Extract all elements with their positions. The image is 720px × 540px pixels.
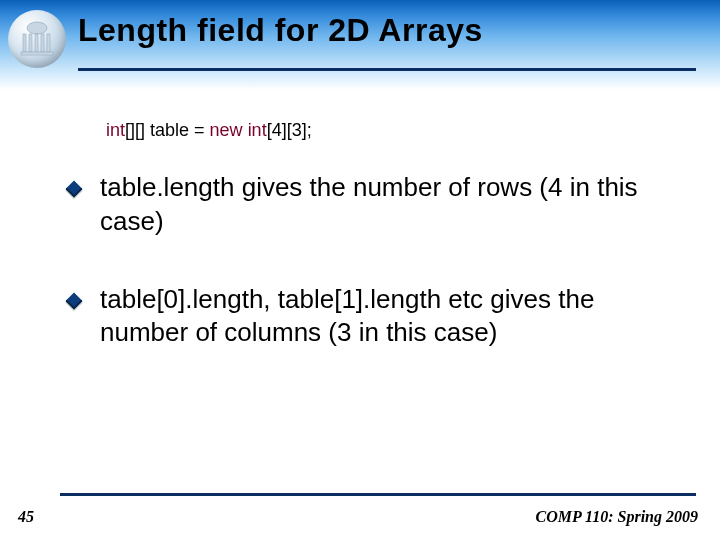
header-banner: Length field for 2D Arrays [0, 0, 720, 90]
bullet-item: table.length gives the number of rows (4… [96, 171, 672, 239]
keyword-int-1: int [106, 120, 125, 140]
svg-rect-1 [29, 34, 32, 52]
title-underline [78, 68, 696, 71]
keyword-new: new [210, 120, 243, 140]
footer-text: COMP 110: Spring 2009 [535, 508, 698, 526]
svg-rect-0 [23, 34, 26, 52]
slide-number: 45 [18, 508, 34, 526]
bullet-item: table[0].length, table[1].length etc giv… [96, 283, 672, 351]
svg-rect-3 [41, 34, 44, 52]
keyword-int-2: int [248, 120, 267, 140]
bullet-list: table.length gives the number of rows (4… [96, 171, 672, 350]
svg-rect-5 [21, 52, 53, 55]
svg-rect-2 [35, 34, 38, 52]
svg-rect-4 [47, 34, 50, 52]
footer-line [60, 493, 696, 496]
code-seg-1: [][] table = [125, 120, 210, 140]
content-area: int[][] table = new int[4][3]; table.len… [0, 100, 720, 480]
code-line: int[][] table = new int[4][3]; [106, 120, 672, 141]
logo [8, 10, 66, 68]
slide-title: Length field for 2D Arrays [78, 12, 483, 49]
code-seg-3: [4][3]; [267, 120, 312, 140]
